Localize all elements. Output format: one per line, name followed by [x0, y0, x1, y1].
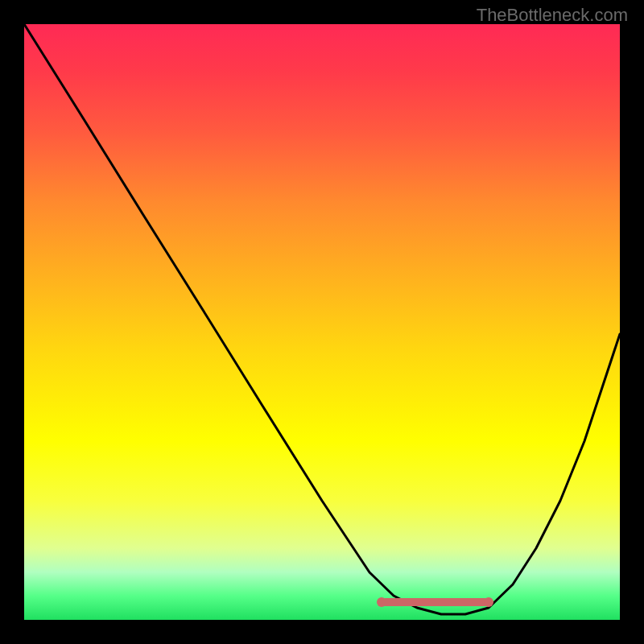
attribution-text: TheBottleneck.com: [477, 5, 628, 26]
optimal-range-end-marker: [484, 597, 493, 607]
optimal-range-band: [382, 598, 489, 606]
curve-svg: [24, 24, 620, 620]
optimal-range-start-marker: [377, 597, 386, 607]
bottleneck-curve-path: [24, 24, 620, 614]
plot-area: [24, 24, 620, 620]
